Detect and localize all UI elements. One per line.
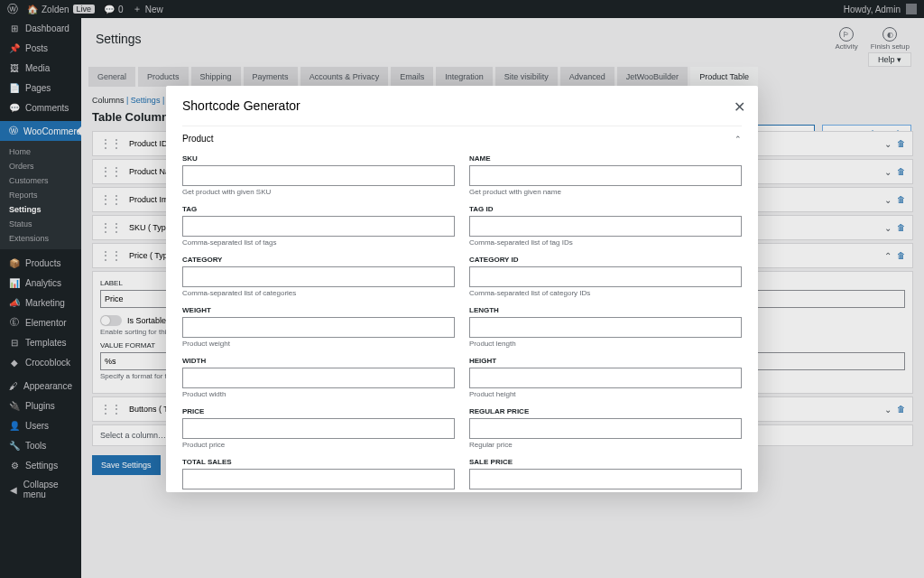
height-input[interactable] [469,368,742,388]
length-input[interactable] [469,317,742,338]
field-name: NAMEGet product with given name [469,154,742,201]
close-icon[interactable]: ✕ [734,98,745,116]
tag-id-input[interactable] [469,216,742,237]
price-input[interactable] [182,418,455,439]
width-input[interactable] [182,368,455,388]
name-input[interactable] [469,165,742,186]
tag-input[interactable] [182,216,455,237]
field-tag-id: TAG IDComma-separated list of tag IDs [469,205,742,252]
category-id-input[interactable] [469,266,742,287]
field-category-id: CATEGORY IDComma-separated list of categ… [469,256,742,303]
field-sku: SKUGet product with given SKU [182,154,455,201]
field-tag: TAGComma-separated list of tags [182,205,455,252]
field-regular-price: REGULAR PRICERegular price [469,407,742,454]
category-input[interactable] [182,266,455,287]
field-price: PRICEProduct price [182,407,455,454]
field-category: CATEGORYComma-separated list of categori… [182,256,455,303]
field-height: HEIGHTProduct height [469,357,742,404]
sale-price-input[interactable] [469,469,742,489]
field-total-sales: TOTAL SALESTotal sales [182,458,455,492]
regular-price-input[interactable] [469,418,742,439]
shortcode-generator-modal: Shortcode Generator ✕ Product ⌃ SKUGet p… [166,86,758,492]
field-weight: WEIGHTProduct weight [182,306,455,353]
weight-input[interactable] [182,317,455,338]
sku-input[interactable] [182,165,455,186]
field-sale-price: SALE PRICESale price [469,458,742,492]
total-sales-input[interactable] [182,469,455,489]
chevron-up-icon: ⌃ [735,135,742,144]
field-width: WIDTHProduct width [182,357,455,404]
field-length: LENGTHProduct length [469,306,742,353]
accordion-header-product[interactable]: Product ⌃ [182,126,742,151]
modal-title: Shortcode Generator [182,98,300,113]
